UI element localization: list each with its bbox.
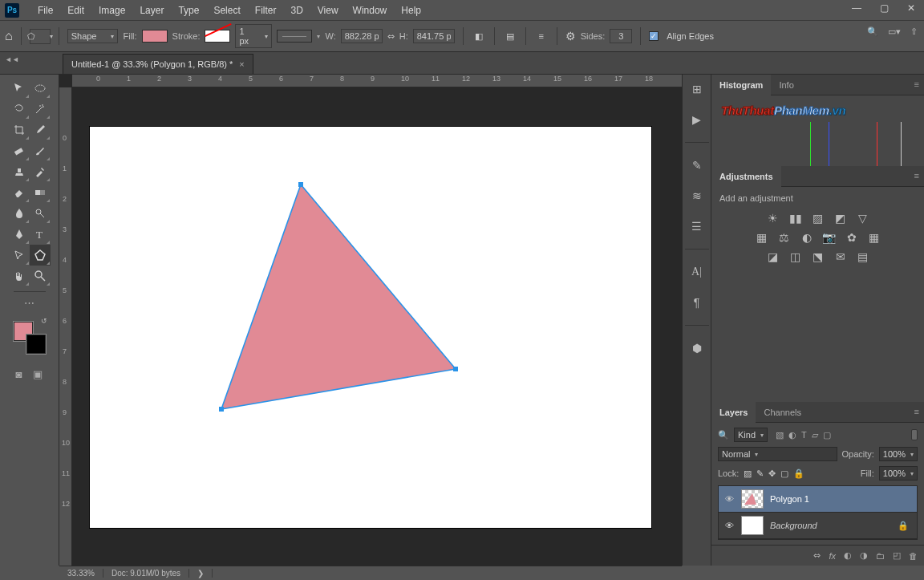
move-tool[interactable] — [9, 78, 30, 99]
healing-brush-tool[interactable] — [9, 140, 30, 161]
new-layer-icon[interactable]: ◰ — [893, 550, 901, 561]
lock-artboard-icon[interactable]: ▢ — [780, 468, 788, 479]
marquee-tool[interactable] — [30, 78, 51, 99]
collapse-toolbar-icon[interactable]: ◄◄ — [5, 55, 19, 63]
lock-position-icon[interactable]: ✥ — [768, 468, 776, 479]
dodge-tool[interactable] — [30, 203, 51, 224]
color-swatches[interactable]: ↺ — [14, 322, 46, 354]
visibility-icon[interactable]: 👁 — [723, 521, 735, 530]
magic-wand-tool[interactable] — [30, 99, 51, 120]
filter-smart-icon[interactable]: ▢ — [823, 430, 831, 440]
layer-thumbnail[interactable] — [741, 516, 764, 535]
hand-tool[interactable] — [9, 266, 30, 286]
blur-tool[interactable] — [9, 203, 30, 224]
screen-mode-icon[interactable]: ▣ — [33, 368, 43, 380]
opacity-input[interactable]: 100% — [879, 447, 918, 461]
filter-shape-icon[interactable]: ▱ — [812, 430, 818, 440]
path-operations-icon[interactable]: ◧ — [472, 29, 486, 43]
color-balance-icon[interactable]: ⚖ — [777, 230, 792, 245]
tab-info[interactable]: Info — [771, 75, 801, 95]
share-icon[interactable]: ⇧ — [910, 26, 918, 37]
tab-adjustments[interactable]: Adjustments — [711, 166, 781, 187]
path-selection-tool[interactable] — [9, 245, 30, 266]
workspace-switcher-icon[interactable]: ▭▾ — [888, 26, 901, 37]
brush-tool[interactable] — [30, 140, 51, 161]
height-input[interactable] — [413, 29, 455, 43]
posterize-icon[interactable]: ◫ — [788, 249, 803, 264]
layer-name[interactable]: Polygon 1 — [770, 494, 809, 504]
anchor-point[interactable] — [453, 367, 458, 371]
menu-window[interactable]: Window — [346, 2, 395, 19]
document-tab[interactable]: Untitled-1 @ 33.3% (Polygon 1, RGB/8) * … — [63, 54, 253, 74]
align-edges-checkbox[interactable]: ✓ — [649, 31, 659, 41]
vibrance-icon[interactable]: ▽ — [856, 211, 870, 225]
anchor-point[interactable] — [298, 182, 303, 187]
panel-menu-icon[interactable]: ≡ — [914, 79, 919, 89]
sides-input[interactable] — [610, 29, 632, 43]
close-button[interactable]: ✕ — [903, 2, 919, 14]
eyedropper-tool[interactable] — [30, 120, 51, 140]
layer-thumbnail[interactable] — [741, 489, 764, 509]
lasso-tool[interactable] — [9, 99, 30, 120]
lock-all-icon[interactable]: 🔒 — [793, 468, 804, 479]
dock-adjust-icon[interactable]: ☰ — [687, 217, 707, 236]
panel-menu-icon[interactable]: ≡ — [914, 171, 919, 180]
brightness-icon[interactable]: ☀ — [766, 211, 780, 225]
history-brush-tool[interactable] — [30, 161, 51, 182]
menu-layer[interactable]: Layer — [132, 2, 171, 19]
polygon-shape[interactable] — [90, 127, 651, 528]
filter-adjust-icon[interactable]: ◐ — [788, 430, 796, 440]
quick-mask-icon[interactable]: ◙ — [16, 368, 22, 380]
tab-histogram[interactable]: Histogram — [711, 75, 771, 95]
maximize-button[interactable]: ▢ — [876, 2, 892, 14]
menu-select[interactable]: Select — [206, 2, 247, 19]
menu-edit[interactable]: Edit — [60, 2, 91, 19]
exposure-icon[interactable]: ◩ — [833, 211, 848, 225]
blend-mode-select[interactable]: Normal — [718, 447, 837, 461]
layer-item-background[interactable]: 👁 Background 🔒 — [719, 513, 917, 539]
threshold-icon[interactable]: ⬔ — [811, 249, 825, 264]
filter-toggle[interactable] — [911, 429, 918, 440]
path-arrangement-icon[interactable]: ≡ — [534, 29, 549, 43]
clone-stamp-tool[interactable] — [9, 161, 30, 182]
minimize-button[interactable]: — — [849, 2, 865, 14]
selective-color-icon[interactable]: ▤ — [856, 249, 870, 264]
tool-preset-picker[interactable]: ⬠ — [30, 29, 51, 44]
dock-3d-icon[interactable]: ⬢ — [687, 339, 707, 358]
layer-item-polygon[interactable]: 👁 Polygon 1 — [719, 486, 917, 513]
curves-icon[interactable]: ▨ — [811, 211, 825, 225]
doc-size[interactable]: Doc: 9.01M/0 bytes — [103, 569, 189, 578]
link-wh-icon[interactable]: ⇔ — [387, 31, 395, 42]
lookup-icon[interactable]: ▦ — [867, 230, 881, 245]
new-adjustment-layer-icon[interactable]: ◑ — [860, 550, 868, 561]
layer-fill-input[interactable]: 100% — [879, 466, 918, 481]
dock-brush-icon[interactable]: ✎ — [687, 156, 707, 175]
lock-transparent-icon[interactable]: ▨ — [744, 468, 752, 479]
close-tab-icon[interactable]: × — [239, 59, 244, 69]
hue-icon[interactable]: ▦ — [755, 230, 769, 245]
edit-toolbar-icon[interactable]: ⋯ — [24, 297, 34, 309]
link-layers-icon[interactable]: ⇔ — [813, 550, 821, 561]
pen-tool[interactable] — [9, 224, 30, 245]
type-tool[interactable]: T — [30, 224, 51, 245]
levels-icon[interactable]: ▮▮ — [788, 211, 803, 225]
geometry-options-icon[interactable]: ⚙ — [565, 30, 576, 43]
path-alignment-icon[interactable]: ▤ — [503, 29, 517, 43]
dock-history-icon[interactable]: ≋ — [687, 186, 707, 205]
background-color[interactable] — [26, 335, 46, 354]
tab-channels[interactable]: Channels — [756, 402, 808, 423]
status-more[interactable]: ❯ — [189, 569, 213, 578]
search-icon[interactable]: 🔍 — [867, 26, 878, 37]
tab-layers[interactable]: Layers — [711, 402, 756, 423]
visibility-icon[interactable]: 👁 — [723, 494, 735, 504]
photo-filter-icon[interactable]: 📷 — [822, 230, 837, 245]
filter-type-icon[interactable]: T — [801, 430, 807, 440]
layer-filter-select[interactable]: Kind — [734, 428, 768, 442]
menu-filter[interactable]: Filter — [248, 2, 284, 19]
home-icon[interactable]: ⌂ — [5, 29, 13, 43]
canvas-area[interactable]: 0 1 2 3 4 5 6 7 8 9 10 11 12 13 14 15 16… — [59, 75, 682, 566]
fill-swatch[interactable] — [142, 30, 168, 43]
layer-style-icon[interactable]: fx — [829, 551, 836, 561]
layer-name[interactable]: Background — [770, 521, 817, 530]
zoom-tool[interactable] — [30, 266, 51, 286]
